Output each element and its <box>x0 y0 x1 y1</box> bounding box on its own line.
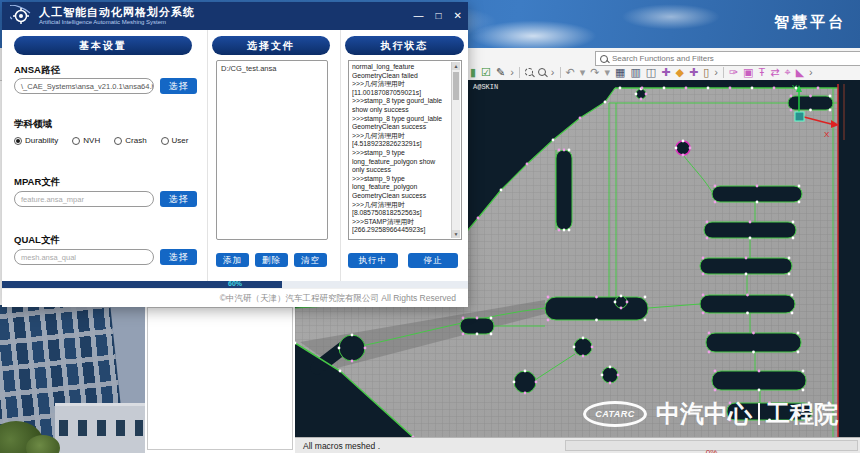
mesh-node-marker <box>714 185 717 188</box>
swap-arrows-icon[interactable]: ⇄ <box>770 66 779 78</box>
mesh-node-marker <box>364 347 367 350</box>
transform-icon[interactable]: ✚ <box>689 66 698 78</box>
mesh-node-marker <box>663 87 666 90</box>
log-scrollbar[interactable]: ▲ ▼ <box>451 62 460 238</box>
running-button[interactable]: 执行中 <box>348 253 398 268</box>
scroll-down-icon[interactable]: ▼ <box>452 230 460 238</box>
qual-file-label: QUAL文件 <box>14 234 60 247</box>
minimize-button[interactable]: — <box>414 11 424 21</box>
mesh-node-marker <box>513 381 516 384</box>
discipline-label: 学科领域 <box>14 118 52 131</box>
checkbox-icon[interactable]: ☑ <box>481 66 491 78</box>
watermark-org: 中汽中心 <box>656 398 752 430</box>
move-entities-icon[interactable]: ✚ <box>661 66 670 78</box>
scroll-thumb[interactable] <box>453 72 459 100</box>
mesh-node-marker <box>746 312 749 315</box>
add-file-button[interactable]: 添加 <box>216 253 249 267</box>
mesh-node-marker <box>758 370 761 373</box>
radio-circle[interactable] <box>114 137 122 145</box>
chevron-more-icon[interactable]: › <box>510 66 514 78</box>
mesh-grid-icon[interactable]: ▦ <box>615 66 625 78</box>
ansa-path-input[interactable]: \_CAE_Systems\ansa_v21.0.1\ansa64.bat <box>14 78 154 94</box>
mesh-node-marker <box>644 296 647 299</box>
mesh-node-marker <box>682 140 685 143</box>
bell-icon[interactable]: ◆ <box>675 66 683 78</box>
radio-nvh[interactable]: NVH <box>72 136 100 145</box>
qual-select-button[interactable]: 选择 <box>160 249 197 265</box>
mesh-node-marker <box>773 87 776 90</box>
delete-file-button[interactable]: 删除 <box>255 253 288 267</box>
mesh-node-marker <box>640 98 643 101</box>
radio-circle[interactable] <box>161 137 169 145</box>
dialog-titlebar[interactable]: 人工智能自动化网格划分系统 Artificial Intelligence Au… <box>2 2 468 30</box>
chevron-more-icon[interactable]: › <box>809 66 813 78</box>
side-panel-empty <box>147 307 293 450</box>
qual-file-input[interactable]: mesh.ansa_qual <box>14 249 154 265</box>
dropdown-caret-icon[interactable]: ▾ <box>580 66 586 78</box>
building-windows <box>59 420 143 436</box>
pencil-icon[interactable]: ✎ <box>496 66 505 78</box>
meshing-dialog: 人工智能自动化网格划分系统 Artificial Intelligence Au… <box>2 2 468 307</box>
app-progressbar: 0% <box>565 440 858 451</box>
mesh-node-marker <box>490 317 493 320</box>
radio-user[interactable]: User <box>161 136 189 145</box>
zoom-window-icon[interactable] <box>525 68 533 76</box>
scroll-up-icon[interactable]: ▲ <box>452 62 460 70</box>
file-list[interactable]: D:/CG_test.ansa <box>216 60 328 240</box>
mesh-node-marker <box>582 355 585 358</box>
ansa-path-select-button[interactable]: 选择 <box>160 78 197 94</box>
panel-icon[interactable]: ▯ <box>703 66 709 78</box>
radio-crash[interactable]: Crash <box>114 136 146 145</box>
notes-icon[interactable]: ▣ <box>743 66 753 78</box>
mesh-node-marker <box>745 257 748 260</box>
maximize-button[interactable]: □ <box>436 11 442 21</box>
mesh-node-marker <box>644 319 647 322</box>
undo-icon[interactable]: ↶ <box>566 66 575 78</box>
app-logo-icon <box>10 5 32 27</box>
radio-circle[interactable] <box>72 137 80 145</box>
radio-durability[interactable]: Durability <box>14 136 58 145</box>
close-button[interactable]: ✕ <box>454 11 462 21</box>
mesh-node-marker <box>790 95 793 98</box>
mesh-node-marker <box>749 237 752 240</box>
wrench-icon[interactable]: ✑ <box>729 66 738 78</box>
chevron-more-icon[interactable]: › <box>551 66 555 78</box>
mesh-node-marker <box>756 201 759 204</box>
mesh-node-marker <box>809 95 812 98</box>
panel-divider <box>340 30 341 281</box>
mesh-node-marker <box>614 301 617 304</box>
target-icon[interactable]: ⌖ <box>784 66 790 78</box>
mesh-node-marker <box>798 201 801 204</box>
frames-icon[interactable]: ▥ <box>630 66 640 78</box>
zoom-icon[interactable] <box>538 68 546 76</box>
clear-files-button[interactable]: 清空 <box>294 253 327 267</box>
dropdown-caret-icon[interactable]: ▾ <box>604 66 610 78</box>
mesh-node-marker <box>791 312 794 315</box>
ramp-icon[interactable]: ◣ <box>796 66 804 78</box>
dialog-footer-copyright: ©中汽研（天津）汽车工程研究院有限公司 All Rights Reserved <box>2 288 468 307</box>
mesh-node-marker <box>702 257 705 260</box>
search-input[interactable]: Search Functions and Filters <box>595 51 860 66</box>
mpar-select-button[interactable]: 选择 <box>160 191 197 207</box>
mesh-node-marker <box>563 229 566 232</box>
stop-button[interactable]: 停止 <box>408 253 458 268</box>
mesh-node-marker <box>792 237 795 240</box>
radio-circle[interactable] <box>14 137 22 145</box>
execution-log[interactable]: normal_long_feature GeometryClean failed… <box>348 60 462 240</box>
mesh-node-marker <box>579 117 582 120</box>
clamp-icon[interactable]: Ŧ <box>758 66 765 78</box>
mpar-file-input[interactable]: feature.ansa_mpar <box>14 191 154 207</box>
mesh-node-marker <box>568 229 571 232</box>
mesh-node-marker <box>338 347 341 350</box>
entity-cylinder-icon[interactable]: ▮ <box>470 66 476 78</box>
catarc-watermark: CATARC 中汽中心 工程院 <box>583 398 838 430</box>
mesh-node-marker <box>689 147 692 150</box>
mesh-node-marker <box>702 312 705 315</box>
mesh-slot <box>712 186 802 202</box>
trash-icon[interactable]: ◫ <box>646 66 656 78</box>
redo-icon[interactable]: ↷ <box>590 66 599 78</box>
file-list-item[interactable]: D:/CG_test.ansa <box>221 64 323 73</box>
mesh-node-marker <box>797 351 800 354</box>
chevron-more-icon[interactable]: › <box>714 66 718 78</box>
mesh-node-marker <box>756 185 759 188</box>
